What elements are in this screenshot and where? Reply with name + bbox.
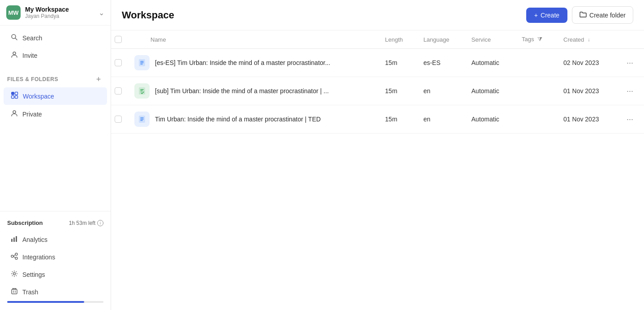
workspace-info: My Workspace Jayan Pandya [25, 6, 99, 19]
row-actions-cell: ··· [616, 77, 644, 105]
sidebar: MW My Workspace Jayan Pandya ⌄ Search In… [0, 0, 111, 310]
actions-column-header [616, 30, 644, 49]
chevron-down-icon: ⌄ [99, 9, 104, 17]
row-created-cell: 02 Nov 2023 [556, 49, 616, 77]
row-language-cell: en [416, 105, 464, 133]
workspace-nav-label: Workspace [23, 93, 54, 100]
file-name: [es-ES] Tim Urban: Inside the mind of a … [155, 59, 330, 66]
row-service-cell: Automatic [464, 105, 515, 133]
create-button[interactable]: + Create [526, 8, 567, 23]
row-tags-cell [515, 77, 556, 105]
folder-icon [580, 11, 587, 19]
sidebar-item-invite[interactable]: Invite [4, 47, 107, 64]
row-length-cell: 15m [378, 77, 416, 105]
settings-icon [11, 270, 18, 279]
sidebar-item-analytics[interactable]: Analytics [4, 231, 107, 248]
file-icon [134, 83, 150, 99]
sidebar-item-search[interactable]: Search [4, 30, 107, 47]
row-length-cell: 15m [378, 105, 416, 133]
subscription-label: Subscription [7, 220, 43, 226]
table-row: Tim Urban: Inside the mind of a master p… [111, 105, 644, 133]
row-service-cell: Automatic [464, 77, 515, 105]
row-actions-cell: ··· [616, 105, 644, 133]
sidebar-item-settings[interactable]: Settings [4, 266, 107, 283]
create-folder-button[interactable]: Create folder [572, 6, 633, 24]
analytics-icon [11, 235, 18, 244]
svg-rect-4 [15, 92, 18, 95]
row-created-cell: 01 Nov 2023 [556, 105, 616, 133]
page-title: Workspace [122, 9, 174, 21]
row-checkbox-2[interactable] [115, 116, 122, 123]
storage-progress [0, 301, 111, 306]
header-actions: + Create Create folder [526, 6, 633, 24]
workspace-avatar: MW [6, 5, 21, 20]
sidebar-item-private[interactable]: Private [4, 106, 107, 123]
row-name-cell: Tim Urban: Inside the mind of a master p… [127, 105, 378, 133]
table-row: [es-ES] Tim Urban: Inside the mind of a … [111, 49, 644, 77]
service-column-header: Service [464, 30, 515, 49]
create-plus-icon: + [534, 12, 538, 19]
workspace-name-label: My Workspace [25, 6, 99, 13]
length-column-header: Length [378, 30, 416, 49]
svg-line-14 [13, 255, 15, 257]
main-content: Workspace + Create Create folder [111, 0, 644, 310]
tags-filter-icon[interactable]: ⧩ [537, 36, 542, 43]
sidebar-item-trash[interactable]: Trash [4, 284, 107, 301]
top-nav: Search Invite [0, 26, 111, 68]
row-name-cell: [sub] Tim Urban: Inside the mind of a ma… [127, 77, 378, 105]
row-more-button[interactable]: ··· [623, 85, 637, 98]
file-name: Tim Urban: Inside the mind of a master p… [155, 116, 321, 123]
select-all-checkbox[interactable] [115, 36, 122, 43]
row-actions-cell: ··· [616, 49, 644, 77]
trash-label: Trash [22, 288, 38, 296]
row-length-cell: 15m [378, 49, 416, 77]
file-icon [134, 112, 150, 127]
row-language-cell: es-ES [416, 49, 464, 77]
row-checkbox-cell [111, 49, 127, 77]
row-created-cell: 01 Nov 2023 [556, 77, 616, 105]
svg-rect-8 [11, 239, 13, 242]
search-label: Search [22, 34, 42, 42]
row-tags-cell [515, 105, 556, 133]
files-table-container: Name Length Language Service Tags ⧩ [111, 30, 644, 310]
subscription-box: Subscription 1h 53m left i [0, 215, 111, 231]
trash-icon [11, 288, 18, 297]
row-more-button[interactable]: ··· [623, 113, 637, 126]
row-checkbox-1[interactable] [115, 87, 122, 95]
analytics-label: Analytics [22, 236, 47, 243]
file-name: [sub] Tim Urban: Inside the mind of a ma… [155, 87, 329, 95]
private-nav-label: Private [22, 111, 42, 118]
row-more-button[interactable]: ··· [623, 56, 637, 69]
subscription-time: 1h 53m left i [69, 220, 103, 226]
table-header-row: Name Length Language Service Tags ⧩ [111, 30, 644, 49]
created-column-header[interactable]: Created ↓ [556, 30, 616, 49]
sidebar-item-workspace[interactable]: Workspace [4, 87, 107, 105]
svg-point-13 [15, 257, 17, 259]
svg-rect-6 [15, 96, 18, 99]
svg-rect-9 [13, 237, 15, 242]
workspace-user-label: Jayan Pandya [25, 13, 99, 19]
sort-desc-icon: ↓ [588, 37, 590, 42]
svg-point-12 [15, 253, 17, 255]
sidebar-item-integrations[interactable]: Integrations [4, 249, 107, 266]
svg-point-2 [13, 52, 16, 55]
files-folders-section: Files & Folders + [0, 68, 111, 87]
files-folders-title: Files & Folders [7, 76, 58, 82]
create-folder-label: Create folder [589, 12, 626, 19]
svg-rect-3 [12, 92, 14, 95]
row-language-cell: en [416, 77, 464, 105]
svg-point-7 [13, 111, 16, 113]
integrations-icon [11, 253, 18, 262]
row-service-cell: Automatic [464, 49, 515, 77]
row-checkbox-0[interactable] [115, 59, 122, 66]
svg-line-1 [15, 38, 17, 40]
invite-icon [11, 51, 18, 60]
sidebar-bottom: Subscription 1h 53m left i Analytics Int… [0, 211, 111, 310]
name-column-header: Name [127, 30, 378, 49]
table-body: [es-ES] Tim Urban: Inside the mind of a … [111, 49, 644, 133]
svg-rect-10 [16, 236, 17, 242]
add-folder-button[interactable]: + [94, 74, 103, 84]
row-checkbox-cell [111, 105, 127, 133]
workspace-switcher[interactable]: MW My Workspace Jayan Pandya ⌄ [0, 0, 111, 26]
info-icon[interactable]: i [97, 220, 103, 226]
